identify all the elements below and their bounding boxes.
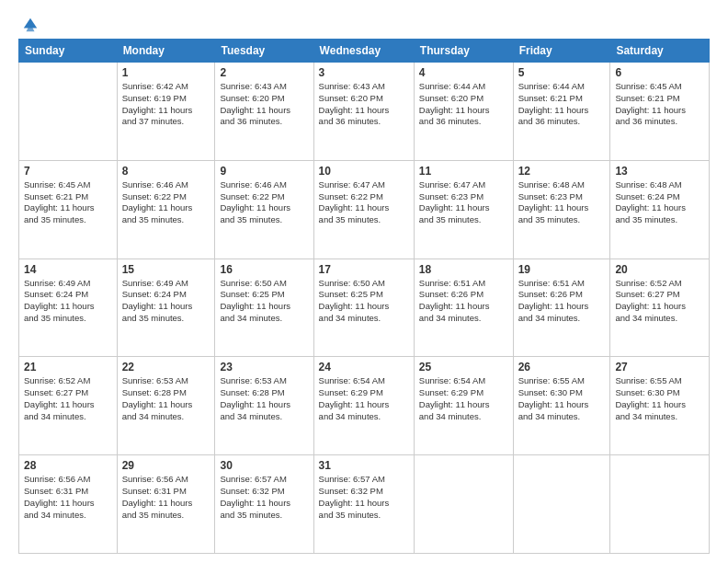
calendar-cell: 5Sunrise: 6:44 AM Sunset: 6:21 PM Daylig… — [513, 63, 610, 161]
day-number: 3 — [319, 66, 409, 79]
week-row-1: 7Sunrise: 6:45 AM Sunset: 6:21 PM Daylig… — [19, 160, 710, 259]
calendar-cell — [610, 455, 710, 554]
header — [18, 17, 710, 29]
calendar-cell: 18Sunrise: 6:51 AM Sunset: 6:26 PM Dayli… — [414, 259, 513, 357]
calendar-cell: 29Sunrise: 6:56 AM Sunset: 6:31 PM Dayli… — [117, 455, 215, 554]
calendar-cell: 17Sunrise: 6:50 AM Sunset: 6:25 PM Dayli… — [313, 259, 414, 357]
calendar-cell — [414, 455, 513, 554]
calendar-cell — [513, 455, 610, 554]
day-number: 11 — [419, 165, 508, 178]
calendar-cell: 8Sunrise: 6:46 AM Sunset: 6:22 PM Daylig… — [117, 160, 215, 259]
week-row-3: 21Sunrise: 6:52 AM Sunset: 6:27 PM Dayli… — [19, 357, 710, 455]
calendar-cell: 13Sunrise: 6:48 AM Sunset: 6:24 PM Dayli… — [610, 160, 710, 259]
day-number: 5 — [518, 66, 606, 79]
day-info: Sunrise: 6:43 AM Sunset: 6:20 PM Dayligh… — [220, 81, 308, 128]
day-info: Sunrise: 6:46 AM Sunset: 6:22 PM Dayligh… — [220, 179, 308, 226]
day-number: 21 — [24, 361, 112, 373]
day-info: Sunrise: 6:51 AM Sunset: 6:26 PM Dayligh… — [419, 278, 508, 325]
calendar-cell: 19Sunrise: 6:51 AM Sunset: 6:26 PM Dayli… — [513, 259, 610, 357]
day-info: Sunrise: 6:57 AM Sunset: 6:32 PM Dayligh… — [319, 474, 409, 521]
day-info: Sunrise: 6:50 AM Sunset: 6:25 PM Dayligh… — [220, 278, 308, 325]
week-row-0: 1Sunrise: 6:42 AM Sunset: 6:19 PM Daylig… — [19, 63, 710, 161]
week-row-2: 14Sunrise: 6:49 AM Sunset: 6:24 PM Dayli… — [19, 259, 710, 357]
day-info: Sunrise: 6:51 AM Sunset: 6:26 PM Dayligh… — [518, 278, 606, 325]
calendar-cell: 20Sunrise: 6:52 AM Sunset: 6:27 PM Dayli… — [610, 259, 710, 357]
weekday-header-sunday: Sunday — [19, 40, 118, 63]
day-number: 28 — [24, 459, 112, 472]
day-info: Sunrise: 6:42 AM Sunset: 6:19 PM Dayligh… — [122, 81, 210, 128]
day-number: 20 — [615, 263, 704, 276]
day-number: 16 — [220, 263, 308, 276]
day-info: Sunrise: 6:52 AM Sunset: 6:27 PM Dayligh… — [615, 278, 704, 325]
day-number: 25 — [419, 361, 508, 373]
weekday-header-tuesday: Tuesday — [215, 40, 313, 63]
day-number: 26 — [518, 361, 606, 373]
calendar-cell: 27Sunrise: 6:55 AM Sunset: 6:30 PM Dayli… — [610, 357, 710, 455]
day-info: Sunrise: 6:47 AM Sunset: 6:23 PM Dayligh… — [419, 179, 508, 226]
day-info: Sunrise: 6:49 AM Sunset: 6:24 PM Dayligh… — [24, 278, 112, 325]
day-info: Sunrise: 6:47 AM Sunset: 6:22 PM Dayligh… — [319, 179, 409, 226]
day-number: 22 — [122, 361, 210, 373]
day-number: 27 — [615, 361, 704, 373]
day-number: 8 — [122, 165, 210, 178]
logo-text — [18, 17, 39, 33]
calendar-cell: 15Sunrise: 6:49 AM Sunset: 6:24 PM Dayli… — [117, 259, 215, 357]
day-number: 1 — [122, 66, 210, 79]
day-number: 24 — [319, 361, 409, 373]
calendar-cell: 2Sunrise: 6:43 AM Sunset: 6:20 PM Daylig… — [215, 63, 313, 161]
day-number: 17 — [319, 263, 409, 276]
calendar-cell: 28Sunrise: 6:56 AM Sunset: 6:31 PM Dayli… — [19, 455, 118, 554]
day-number: 13 — [615, 165, 704, 178]
day-number: 23 — [220, 361, 308, 373]
day-info: Sunrise: 6:44 AM Sunset: 6:21 PM Dayligh… — [518, 81, 606, 128]
calendar-cell: 16Sunrise: 6:50 AM Sunset: 6:25 PM Dayli… — [215, 259, 313, 357]
day-info: Sunrise: 6:56 AM Sunset: 6:31 PM Dayligh… — [122, 474, 210, 521]
day-info: Sunrise: 6:55 AM Sunset: 6:30 PM Dayligh… — [615, 375, 704, 422]
day-number: 30 — [220, 459, 308, 472]
weekday-header-row: SundayMondayTuesdayWednesdayThursdayFrid… — [19, 40, 710, 63]
day-number: 18 — [419, 263, 508, 276]
calendar-cell: 26Sunrise: 6:55 AM Sunset: 6:30 PM Dayli… — [513, 357, 610, 455]
weekday-header-monday: Monday — [117, 40, 215, 63]
day-number: 19 — [518, 263, 606, 276]
day-info: Sunrise: 6:44 AM Sunset: 6:20 PM Dayligh… — [419, 81, 508, 128]
weekday-header-thursday: Thursday — [414, 40, 513, 63]
day-info: Sunrise: 6:45 AM Sunset: 6:21 PM Dayligh… — [24, 179, 112, 226]
day-info: Sunrise: 6:56 AM Sunset: 6:31 PM Dayligh… — [24, 474, 112, 521]
day-number: 12 — [518, 165, 606, 178]
logo-icon — [22, 17, 39, 33]
day-info: Sunrise: 6:45 AM Sunset: 6:21 PM Dayligh… — [615, 81, 704, 128]
day-info: Sunrise: 6:46 AM Sunset: 6:22 PM Dayligh… — [122, 179, 210, 226]
calendar-cell: 9Sunrise: 6:46 AM Sunset: 6:22 PM Daylig… — [215, 160, 313, 259]
week-row-4: 28Sunrise: 6:56 AM Sunset: 6:31 PM Dayli… — [19, 455, 710, 554]
calendar-cell: 14Sunrise: 6:49 AM Sunset: 6:24 PM Dayli… — [19, 259, 118, 357]
weekday-header-friday: Friday — [513, 40, 610, 63]
day-info: Sunrise: 6:57 AM Sunset: 6:32 PM Dayligh… — [220, 474, 308, 521]
weekday-header-wednesday: Wednesday — [313, 40, 414, 63]
day-info: Sunrise: 6:55 AM Sunset: 6:30 PM Dayligh… — [518, 375, 606, 422]
calendar-cell: 7Sunrise: 6:45 AM Sunset: 6:21 PM Daylig… — [19, 160, 118, 259]
day-number: 29 — [122, 459, 210, 472]
day-number: 10 — [319, 165, 409, 178]
calendar-cell: 3Sunrise: 6:43 AM Sunset: 6:20 PM Daylig… — [313, 63, 414, 161]
day-info: Sunrise: 6:54 AM Sunset: 6:29 PM Dayligh… — [419, 375, 508, 422]
page: SundayMondayTuesdayWednesdayThursdayFrid… — [0, 0, 728, 563]
day-number: 6 — [615, 66, 704, 79]
day-number: 9 — [220, 165, 308, 178]
calendar-cell: 11Sunrise: 6:47 AM Sunset: 6:23 PM Dayli… — [414, 160, 513, 259]
calendar: SundayMondayTuesdayWednesdayThursdayFrid… — [18, 39, 710, 554]
day-info: Sunrise: 6:53 AM Sunset: 6:28 PM Dayligh… — [122, 375, 210, 422]
calendar-cell: 24Sunrise: 6:54 AM Sunset: 6:29 PM Dayli… — [313, 357, 414, 455]
day-info: Sunrise: 6:43 AM Sunset: 6:20 PM Dayligh… — [319, 81, 409, 128]
day-info: Sunrise: 6:48 AM Sunset: 6:23 PM Dayligh… — [518, 179, 606, 226]
day-number: 14 — [24, 263, 112, 276]
day-number: 15 — [122, 263, 210, 276]
calendar-cell: 4Sunrise: 6:44 AM Sunset: 6:20 PM Daylig… — [414, 63, 513, 161]
calendar-cell: 10Sunrise: 6:47 AM Sunset: 6:22 PM Dayli… — [313, 160, 414, 259]
calendar-cell: 1Sunrise: 6:42 AM Sunset: 6:19 PM Daylig… — [117, 63, 215, 161]
calendar-cell: 25Sunrise: 6:54 AM Sunset: 6:29 PM Dayli… — [414, 357, 513, 455]
calendar-cell: 21Sunrise: 6:52 AM Sunset: 6:27 PM Dayli… — [19, 357, 118, 455]
calendar-cell — [19, 63, 118, 161]
calendar-cell: 23Sunrise: 6:53 AM Sunset: 6:28 PM Dayli… — [215, 357, 313, 455]
calendar-cell: 31Sunrise: 6:57 AM Sunset: 6:32 PM Dayli… — [313, 455, 414, 554]
